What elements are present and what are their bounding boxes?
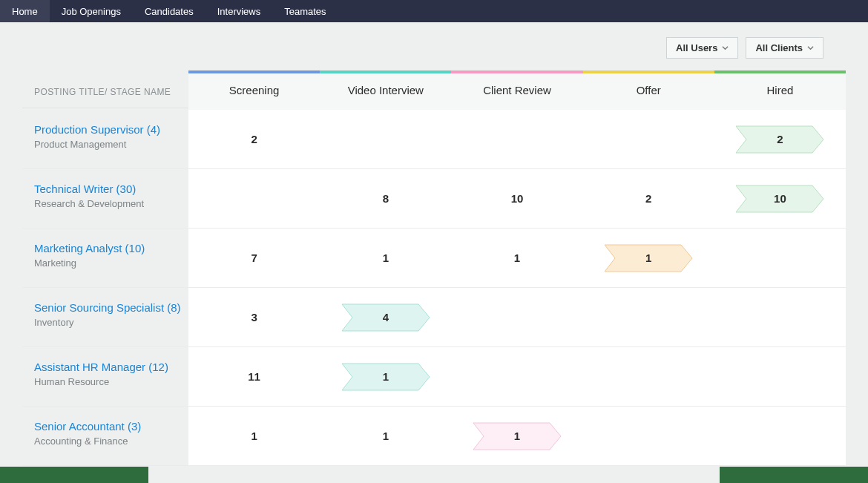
stage-cell[interactable]: 3 [188,288,320,346]
stage-cell[interactable]: 1 [451,229,582,287]
pipeline-board: POSTING TITLE/ STAGE NAME ScreeningVideo… [22,70,846,466]
stage-chevron-tag[interactable]: 10 [735,185,824,213]
stage-chevron-tag[interactable]: 1 [341,363,430,391]
table-row: Senior Sourcing Specialist (8)Inventory3… [22,288,846,347]
row-header: Assistant HR Manager (12)Human Resource [22,347,188,406]
job-title-link[interactable]: Senior Accountant (3) [34,420,183,433]
top-nav: HomeJob OpeningsCandidatesInterviewsTeam… [0,0,868,22]
job-dept: Inventory [34,317,183,328]
stage-cell [714,347,846,406]
stage-cell[interactable]: 1 [451,407,582,465]
stage-chevron-tag[interactable]: 4 [341,303,430,332]
filter-users-label: All Users [676,42,717,53]
stage-name: Offer [583,73,714,110]
table-row: Marketing Analyst (10)Marketing7111 [22,229,846,288]
stage-cell[interactable]: 2 [188,110,320,168]
row-header: Senior Sourcing Specialist (8)Inventory [22,288,188,346]
stage-cell[interactable]: 8 [320,169,451,228]
filter-clients-label: All Clients [755,42,803,53]
stage-cell[interactable]: 2 [714,110,846,168]
stage-col-3: Offer [583,70,714,110]
job-dept: Product Management [34,139,183,150]
row-header: Technical Writer (30)Research & Developm… [22,169,188,228]
stage-cell [451,347,582,406]
stage-cell[interactable]: 1 [188,407,320,465]
stage-cell [583,288,714,346]
stage-name: Client Review [451,73,582,110]
filter-users-dropdown[interactable]: All Users [666,37,738,59]
filter-clients-dropdown[interactable]: All Clients [746,37,823,59]
stage-col-4: Hired [714,70,846,110]
stage-cell[interactable]: 10 [451,169,582,228]
stage-cell[interactable]: 1 [320,347,451,406]
job-title-link[interactable]: Production Supervisor (4) [34,123,183,136]
stage-cell [320,110,451,168]
stage-cell [451,110,582,168]
stage-chevron-tag[interactable]: 1 [604,244,693,272]
job-title-link[interactable]: Assistant HR Manager (12) [34,361,183,373]
stage-cell[interactable]: 2 [583,169,714,228]
stage-col-2: Client Review [451,70,582,110]
row-header: Marketing Analyst (10)Marketing [22,229,188,287]
table-header-label: POSTING TITLE/ STAGE NAME [22,73,188,108]
stage-cell [714,407,846,465]
stage-cell [714,229,846,287]
filters-row: All Users All Clients [22,22,846,59]
stage-chevron-tag[interactable]: 1 [473,422,562,450]
chevron-down-icon [722,45,729,51]
stage-cell [583,347,714,406]
job-title-link[interactable]: Senior Sourcing Specialist (8) [34,301,183,314]
table-row: Assistant HR Manager (12)Human Resource1… [22,347,846,407]
job-title-link[interactable]: Technical Writer (30) [34,183,183,195]
job-dept: Human Resource [34,376,183,387]
table-row: Senior Accountant (3)Accounting & Financ… [22,407,846,466]
bottom-strip [0,467,868,483]
job-dept: Research & Development [34,198,183,209]
table-row: Technical Writer (30)Research & Developm… [22,169,846,229]
nav-tab-teamates[interactable]: Teamates [272,0,338,22]
stage-col-1: Video Interview [320,70,451,110]
stage-cell[interactable]: 10 [714,169,846,228]
stage-name: Hired [714,73,846,110]
stage-chevron-tag[interactable]: 2 [735,125,824,154]
table-row: Production Supervisor (4)Product Managem… [22,110,846,169]
row-header: Production Supervisor (4)Product Managem… [22,110,188,168]
job-dept: Accounting & Finance [34,436,183,447]
nav-tab-home[interactable]: Home [0,0,50,22]
stage-name: Screening [188,73,320,110]
stage-cell[interactable]: 7 [188,229,320,287]
stage-cell[interactable]: 1 [320,229,451,287]
stage-cell [714,288,846,346]
stage-name: Video Interview [320,73,451,110]
nav-tab-candidates[interactable]: Candidates [133,0,206,22]
stage-cell [188,169,320,228]
stage-cell[interactable]: 11 [188,347,320,406]
stage-cell[interactable]: 1 [583,229,714,287]
stage-col-0: Screening [188,70,320,110]
nav-tab-job-openings[interactable]: Job Openings [50,0,133,22]
stage-cell [451,288,582,346]
stage-cell[interactable]: 4 [320,288,451,346]
row-header: Senior Accountant (3)Accounting & Financ… [22,407,188,465]
stage-cell [583,407,714,465]
nav-tab-interviews[interactable]: Interviews [206,0,273,22]
chevron-down-icon [807,45,814,51]
stage-cell[interactable]: 1 [320,407,451,465]
job-title-link[interactable]: Marketing Analyst (10) [34,242,183,254]
stage-cell [583,110,714,168]
job-dept: Marketing [34,257,183,269]
